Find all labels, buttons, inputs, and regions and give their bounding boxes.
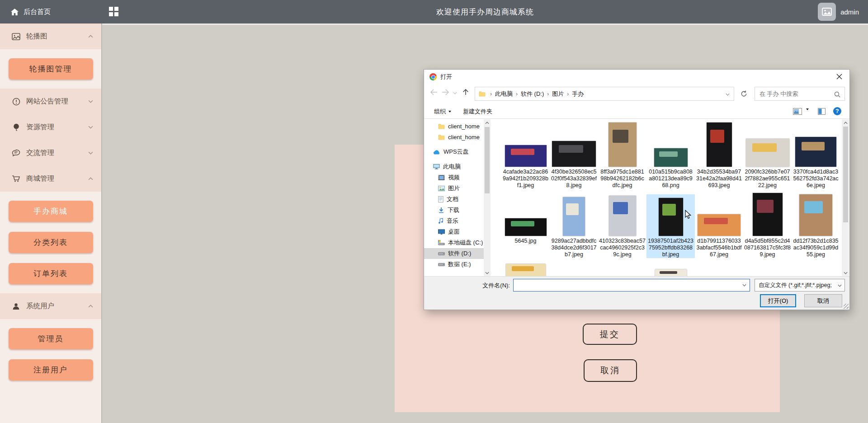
tree-item-music-8[interactable]: 音乐 <box>424 216 484 226</box>
sidebar-group-mall[interactable]: 商城管理 <box>0 166 101 192</box>
breadcrumb-segment-2[interactable]: 图片 <box>552 90 564 97</box>
resize-grip[interactable] <box>844 304 849 309</box>
filename-input[interactable] <box>514 279 750 291</box>
file-item[interactable]: 4f30be326508ec502f0f543a32839ef8.jpeg <box>550 122 598 189</box>
file-thumbnail <box>698 214 741 236</box>
new-folder-button[interactable]: 新建文件夹 <box>463 108 492 116</box>
tree-item-drive-11[interactable]: 软件 (D:) <box>424 248 484 259</box>
file-item-partial[interactable] <box>501 262 550 276</box>
sidebar-item-users-0[interactable]: 管理员 <box>9 328 93 349</box>
carousel-icon <box>11 33 21 40</box>
cancel-button[interactable]: 取消 <box>584 359 637 382</box>
file-item[interactable]: d4a5d5bf855c2d4087163817c5fc3f89.jpeg <box>743 194 792 258</box>
breadcrumb-segment-3[interactable]: 手办 <box>572 90 584 97</box>
sidebar-item-carousel-0[interactable]: 轮播图管理 <box>9 58 93 80</box>
sidebar-item-mall-1[interactable]: 分类列表 <box>9 232 93 253</box>
breadcrumb-segment-1[interactable]: 软件 (D:) <box>521 90 544 97</box>
file-item[interactable]: 4cafade3a22ac869a942f1b209328bf1.jpeg <box>501 122 550 189</box>
back-icon[interactable] <box>430 89 438 95</box>
up-icon[interactable] <box>462 89 469 95</box>
tree-scroll-thumb[interactable] <box>485 127 490 193</box>
submit-button[interactable]: 提交 <box>583 324 637 345</box>
dialog-cancel-button[interactable]: 取消 <box>804 294 842 307</box>
tree-item-video-4[interactable]: 视频 <box>424 172 484 183</box>
file-item-partial[interactable] <box>646 262 695 276</box>
sidebar-group-resource[interactable]: 资源管理 <box>0 114 101 140</box>
file-item[interactable]: 9289ac27adbbdfc38d4dce2d6f3017b7.jpeg <box>550 194 598 258</box>
refresh-icon[interactable] <box>738 87 750 101</box>
open-button[interactable]: 打开(O) <box>760 294 796 307</box>
file-name: 34b2d35534ba9731e42a2faa98d41693.jpeg <box>696 169 742 189</box>
file-item-partial[interactable] <box>743 262 792 276</box>
scroll-down-icon[interactable] <box>842 269 849 276</box>
tree-item-pc-3[interactable]: 此电脑 <box>424 161 484 172</box>
notice-icon <box>11 98 21 106</box>
file-item[interactable]: 010a515b9ca808a801213dea89c968.png <box>646 122 695 189</box>
user-menu[interactable]: admin <box>818 0 859 24</box>
preview-pane-icon[interactable] <box>818 108 826 115</box>
filetype-select[interactable]: 自定义文件 (*.gif;*.jfif;*.pjpeg; <box>755 279 845 291</box>
view-mode-icon[interactable] <box>793 108 802 115</box>
tree-item-drive_c-10[interactable]: 本地磁盘 (C:) <box>424 237 484 248</box>
sidebar-item-mall-2[interactable]: 订单列表 <box>9 263 93 284</box>
tree-item-label: 音乐 <box>447 217 458 225</box>
file-item[interactable]: 2090fc326bb7e072f7882ae955c65122.jpeg <box>743 122 792 189</box>
file-name: d1b799113760333abfacf5546b1bdf67.jpeg <box>696 238 742 258</box>
file-scroll-thumb[interactable] <box>843 127 848 222</box>
breadcrumb[interactable]: ›此电脑›软件 (D:)›图片›手办 <box>475 87 734 101</box>
sidebar-group-forum[interactable]: 交流管理 <box>0 140 101 166</box>
resource-icon <box>11 123 21 132</box>
sidebar-item-admin-home[interactable]: 后台首页 <box>0 0 102 24</box>
tree-item-folder-1[interactable]: client_home <box>424 132 484 142</box>
file-scrollbar[interactable] <box>842 119 849 276</box>
file-item-partial[interactable] <box>598 262 646 276</box>
file-item[interactable]: dd12f73b2d1c835ac34f9059c1d99d55.jpeg <box>792 194 840 258</box>
tree-item-picture-5[interactable]: 图片 <box>424 183 484 194</box>
chevron-up-icon <box>88 177 93 180</box>
file-item-partial[interactable] <box>695 262 743 276</box>
sidebar-group-label: 资源管理 <box>26 122 88 132</box>
file-thumbnail <box>609 196 636 236</box>
file-item[interactable]: d1b799113760333abfacf5546b1bdf67.jpeg <box>695 194 743 258</box>
file-item[interactable]: 3370fca4d1d8ac3562752fd3a742ac6e.jpeg <box>792 122 840 189</box>
file-item-selected[interactable]: 19387501af2b42375952bffdb83268bf.jpeg <box>646 194 695 258</box>
search-input[interactable]: 在 手办 中搜索 <box>755 87 845 101</box>
history-chevron-icon[interactable] <box>453 92 457 94</box>
sidebar-group-carousel[interactable]: 轮播图 <box>0 24 101 49</box>
scroll-up-icon[interactable] <box>484 119 491 126</box>
tree-item-desktop-9[interactable]: 桌面 <box>424 226 484 237</box>
sidebar-group-label: 商城管理 <box>26 174 88 183</box>
tree-item-label: 此电脑 <box>443 163 461 171</box>
address-chevron-down-icon[interactable] <box>726 93 730 96</box>
file-item[interactable]: 410323c83beac57cac49602925f2c39c.jpeg <box>598 194 646 258</box>
forward-icon[interactable] <box>442 89 449 95</box>
file-item[interactable]: 5645.jpg <box>501 194 550 258</box>
sidebar-item-mall-0[interactable]: 手办商城 <box>9 201 93 222</box>
tree-item-doc-6[interactable]: 文档 <box>424 194 484 205</box>
view-mode-chevron-icon[interactable] <box>806 110 809 117</box>
file-name: 5645.jpg <box>502 238 549 244</box>
tree-scrollbar[interactable] <box>484 119 491 276</box>
chevron-up-icon <box>88 35 93 38</box>
tree-item-folder-0[interactable]: client_home <box>424 121 484 132</box>
close-icon[interactable] <box>829 70 849 84</box>
file-item[interactable]: 8ff3a975dc1e88198b94262182b6cdfc.jpeg <box>598 122 646 189</box>
tree-item-drive-12[interactable]: 数据 (E:) <box>424 259 484 270</box>
file-name: 8ff3a975dc1e88198b94262182b6cdfc.jpeg <box>599 169 646 189</box>
combo-chevron-down-icon[interactable] <box>742 284 746 287</box>
sidebar-group-notice[interactable]: 网站公告管理 <box>0 89 101 114</box>
sidebar-group-users[interactable]: 系统用户 <box>0 293 101 319</box>
scroll-down-icon[interactable] <box>484 269 491 276</box>
help-icon[interactable]: ? <box>833 107 841 115</box>
file-item[interactable]: 34b2d35534ba9731e42a2faa98d41693.jpeg <box>695 122 743 189</box>
dialog-footer: 文件名(N): 自定义文件 (*.gif;*.jfif;*.pjpeg; 打开(… <box>424 276 849 310</box>
file-item-partial[interactable] <box>792 262 840 276</box>
tree-item-cloud-2[interactable]: WPS云盘 <box>424 146 484 157</box>
dialog-titlebar[interactable]: 打开 <box>424 70 849 84</box>
breadcrumb-segment-0[interactable]: 此电脑 <box>495 90 513 97</box>
file-item-partial[interactable] <box>550 262 598 276</box>
sidebar-item-users-1[interactable]: 注册用户 <box>9 359 93 381</box>
tree-item-download-7[interactable]: 下载 <box>424 205 484 216</box>
scroll-up-icon[interactable] <box>842 119 849 126</box>
organize-button[interactable]: 组织 <box>434 108 451 116</box>
